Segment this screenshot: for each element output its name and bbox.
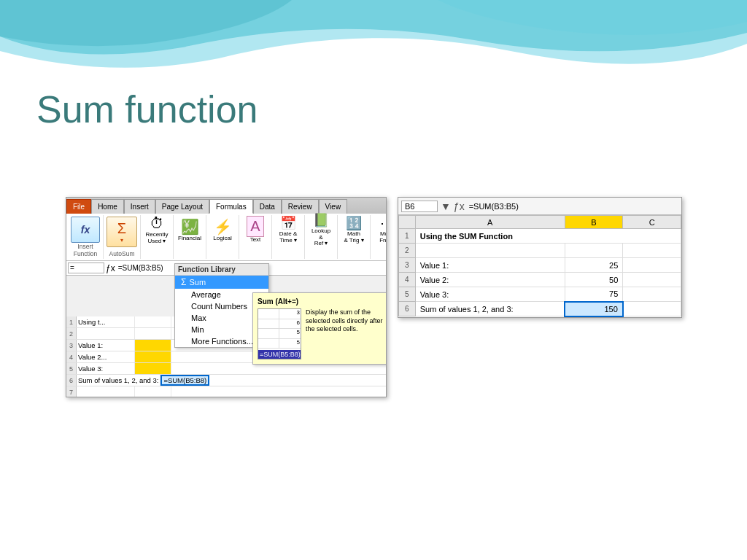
tab-formulas[interactable]: Formulas: [209, 199, 253, 214]
ls-cell-3a: Value 1:: [77, 340, 135, 351]
logical-group: ⚡ Logical: [206, 215, 239, 259]
right-table-header-row: A B C: [399, 216, 681, 229]
right-row-2-b: [565, 244, 623, 258]
tab-page-layout[interactable]: Page Layout: [155, 199, 209, 214]
lookup-ref-group: 📗 Lookup &Ref ▾: [305, 215, 338, 259]
right-row-3: 3 Value 1: 25: [399, 258, 681, 273]
right-row-5-a: Value 3:: [415, 287, 565, 302]
fx-icon: ƒx: [454, 201, 465, 212]
col-header-empty: [399, 216, 416, 229]
insert-function-button[interactable]: fx: [71, 217, 100, 243]
autosum-label: AutoSum: [109, 250, 135, 257]
tooltip-description: Display the sum of the selected cells di…: [306, 308, 387, 359]
tab-data[interactable]: Data: [253, 199, 282, 214]
min-label: Min: [191, 325, 204, 334]
right-row-6: 6 Sum of values 1, 2, and 3: 150: [399, 302, 681, 316]
ls-cell-1a: Using t...: [77, 316, 135, 327]
math-trig-group: 🔢 Math& Trig ▾: [338, 215, 371, 259]
lookup-ref-button[interactable]: 📗 Lookup &Ref ▾: [309, 217, 333, 243]
recently-used-group: ⏱ RecentlyUsed ▾: [141, 215, 174, 259]
right-row-3-num: 3: [399, 258, 416, 273]
ls-cell-2a: [77, 328, 135, 339]
right-row-3-a: Value 1:: [415, 258, 565, 273]
right-row-5-num: 5: [399, 287, 416, 302]
insert-function-label: InsertFunction: [74, 243, 98, 257]
right-row-4-c: [623, 273, 681, 287]
right-row-5-b[interactable]: 75: [565, 287, 623, 302]
right-sheet: A B C 1 Using the SUM Function 2 3: [398, 215, 681, 317]
ls-cell-3b: [135, 340, 171, 351]
date-time-button[interactable]: 📅 Date &Time ▾: [276, 217, 300, 243]
financial-group: 💹 Financial: [174, 215, 206, 259]
right-row-2-c: [623, 244, 681, 258]
right-row-6-num: 6: [399, 302, 416, 316]
ls-cell-2b: [135, 328, 171, 339]
col-header-a[interactable]: A: [415, 216, 565, 229]
autosum-button[interactable]: Σ ▾: [107, 217, 137, 247]
right-row-2-num: 2: [399, 244, 416, 258]
right-row-4-b[interactable]: 50: [565, 273, 623, 287]
ls-row-7: 7: [66, 386, 386, 397]
ls-cell-6a: Sum of values 1, 2, and 3:: [77, 375, 160, 386]
ls-cell-4a: Value 2...: [77, 351, 135, 362]
right-row-2-a: [415, 244, 565, 258]
right-row-5-c: [623, 287, 681, 302]
right-row-4: 4 Value 2: 50: [399, 273, 681, 287]
tab-home[interactable]: Home: [91, 199, 124, 214]
date-time-group: 📅 Date &Time ▾: [272, 215, 305, 259]
average-label: Average: [191, 290, 221, 299]
right-row-6-b[interactable]: 150: [565, 302, 623, 316]
financial-button[interactable]: 💹 Financial: [178, 217, 201, 243]
right-formula-icon: ▼: [441, 201, 451, 212]
max-label: Max: [191, 314, 206, 322]
right-formula-content: =SUM(B3:B5): [469, 202, 519, 211]
ls-cell-1b: [135, 316, 171, 327]
col-header-b[interactable]: B: [565, 216, 623, 229]
right-row-3-c: [623, 258, 681, 273]
text-group: A Text: [239, 215, 272, 259]
insert-function-group: fx InsertFunction: [68, 215, 104, 259]
right-row-1-title: Using the SUM Function: [415, 229, 681, 244]
name-box-left[interactable]: =: [68, 262, 104, 273]
right-row-1-num: 1: [399, 229, 416, 244]
more-functions-label: More Functions...: [191, 337, 253, 346]
ls-cell-7b: [135, 386, 171, 397]
col-header-c[interactable]: C: [623, 216, 681, 229]
more-functions-button[interactable]: ⋯ MoreFns ▾: [375, 217, 387, 243]
excel-screenshot-right: B6 ▼ ƒx =SUM(B3:B5) A B C 1 Using the SU…: [398, 197, 682, 318]
logical-button[interactable]: ⚡ Logical: [211, 217, 234, 243]
sigma-icon: Σ: [181, 277, 186, 287]
sum-label: Sum: [189, 278, 206, 287]
math-trig-button[interactable]: 🔢 Math& Trig ▾: [342, 217, 365, 243]
excel-screenshot-left: File Home Insert Page Layout Formulas Da…: [66, 197, 387, 397]
ls-row-6: 6 Sum of values 1, 2, and 3: =SUM(B5:B8): [66, 375, 386, 386]
dropdown-item-sum[interactable]: Σ Sum: [175, 276, 268, 289]
recently-used-button[interactable]: ⏱ RecentlyUsed ▾: [145, 217, 169, 243]
dropdown-header: Function Library: [175, 264, 268, 276]
tab-insert[interactable]: Insert: [124, 199, 155, 214]
right-table: A B C 1 Using the SUM Function 2 3: [398, 215, 681, 317]
right-row-3-b[interactable]: 25: [565, 258, 623, 273]
right-row-6-c: [623, 302, 681, 316]
right-row-6-a: Sum of values 1, 2, and 3:: [415, 302, 565, 316]
tab-file[interactable]: File: [66, 199, 91, 214]
right-row-1: 1 Using the SUM Function: [399, 229, 681, 244]
tooltip-preview: 3 6 5 5 =SUM(B5:B8): [258, 308, 301, 359]
more-functions-group: ⋯ MoreFns ▾: [371, 215, 387, 259]
text-button[interactable]: A Text: [244, 217, 267, 243]
right-row-4-num: 4: [399, 273, 416, 287]
ls-cell-6b: =SUM(B5:B8): [160, 375, 209, 386]
right-row-2: 2: [399, 244, 681, 258]
autosum-group: Σ ▾ AutoSum: [104, 215, 141, 259]
right-name-box[interactable]: B6: [401, 201, 438, 212]
ls-cell-5a: Value 3:: [77, 363, 135, 374]
ribbon-content: fx InsertFunction Σ ▾ AutoSum ⏱ Recently…: [66, 214, 386, 261]
ls-cell-5b: [135, 363, 171, 374]
right-row-4-a: Value 2:: [415, 273, 565, 287]
ribbon-tabs: File Home Insert Page Layout Formulas Da…: [66, 198, 386, 214]
tooltip-title: Sum (Alt+=): [258, 298, 387, 306]
sum-tooltip: Sum (Alt+=) 3 6 5: [252, 292, 387, 365]
right-row-5: 5 Value 3: 75: [399, 287, 681, 302]
count-label: Count Numbers: [191, 302, 247, 311]
header-wave: [0, 0, 747, 80]
